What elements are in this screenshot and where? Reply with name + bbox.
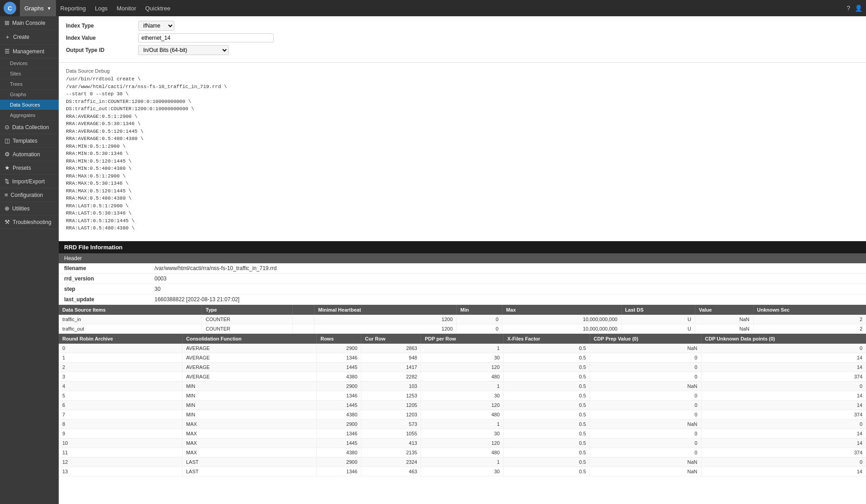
nav-monitor[interactable]: Monitor: [112, 0, 140, 16]
table-row: 12 LAST 2900 2324 1 0.5 NaN 0: [59, 457, 866, 467]
debug-line: RRA:LAST:0.5:1:2900 \: [66, 202, 859, 210]
chevron-down-icon: ▼: [47, 6, 51, 11]
import-export-icon: ⇅: [5, 178, 9, 185]
col-cdp-unknown: CDP Unknown Data points (0): [701, 334, 866, 344]
table-row: step 30: [59, 284, 866, 294]
output-type-row: Output Type ID In/Out Bits (64-bit): [66, 45, 859, 55]
debug-line: DS:traffic_out:COUNTER:1200:0:1000000000…: [66, 105, 859, 113]
datasource-items-table: Data Source Items Type Minimal Heartbeat…: [59, 305, 866, 334]
col-value: Value: [695, 305, 753, 315]
table-row: 9 MAX 1346 1055 30 0.5 0 14: [59, 429, 866, 438]
management-icon: ☰: [5, 48, 10, 55]
col-cdp: CDP Prep Value (0): [590, 334, 701, 344]
debug-line: RRA:MIN:0.5:30:1346 \: [66, 150, 859, 158]
table-row: traffic_in COUNTER 1200 0 10,000,000,000…: [59, 315, 866, 324]
debug-line: /usr/bin/rrdtool create \: [66, 75, 859, 83]
nav-logs[interactable]: Logs: [90, 0, 112, 16]
col-xff: X-Files Factor: [504, 334, 590, 344]
rra-id: 3: [59, 372, 182, 381]
field-value: 30: [149, 284, 866, 294]
rra-cf: AVERAGE: [182, 362, 316, 372]
rra-id: 5: [59, 391, 182, 400]
rra-id: 4: [59, 381, 182, 391]
debug-line: RRA:AVERAGE:0.5:480:4380 \: [66, 135, 859, 143]
templates-icon: ◫: [5, 137, 10, 144]
sidebar-sub-sites[interactable]: Sites: [0, 69, 59, 79]
sidebar-item-automation[interactable]: ⚙ Automation: [0, 148, 59, 161]
form-area: Index Type ifName Index Value Output Typ…: [59, 16, 866, 63]
troubleshooting-icon: ⚒: [5, 219, 10, 225]
index-type-select[interactable]: ifName: [138, 21, 174, 31]
rra-id: 7: [59, 410, 182, 419]
rrd-section: RRD File Information Header filename /va…: [59, 241, 866, 476]
sidebar-item-configuration[interactable]: ≡ Configuration: [0, 188, 59, 202]
debug-line: /var/www/html/cacti/rra/nss-fs-10_traffi…: [66, 83, 859, 91]
user-icon[interactable]: 👤: [855, 5, 862, 12]
table-row: 8 MAX 2900 573 1 0.5 NaN 0: [59, 419, 866, 429]
sidebar-item-troubleshooting[interactable]: ⚒ Troubleshooting: [0, 215, 59, 229]
col-last-ds: Last DS: [621, 305, 695, 315]
rrd-section-title: RRD File Information: [59, 241, 866, 253]
sidebar-item-main-console[interactable]: ⊞ Main Console: [0, 16, 59, 30]
sidebar-sub-data-sources[interactable]: Data Sources: [0, 100, 59, 110]
rra-table: Round Robin Archive Consolidation Functi…: [59, 334, 866, 476]
rra-cf: MIN: [182, 391, 316, 400]
index-type-label: Index Type: [66, 23, 138, 29]
rra-cf: LAST: [182, 467, 316, 476]
output-type-select[interactable]: In/Out Bits (64-bit): [138, 45, 229, 55]
debug-line: DS:traffic_in:COUNTER:1200:0:10000000000…: [66, 98, 859, 106]
sidebar-item-presets[interactable]: ★ Presets: [0, 161, 59, 175]
debug-line: RRA:MIN:0.5:1:2900 \: [66, 143, 859, 150]
automation-icon: ⚙: [5, 151, 10, 158]
rra-cf: MAX: [182, 448, 316, 457]
col-type: Type: [202, 305, 293, 315]
field-value: /var/www/html/cacti/rra/nss-fs-10_traffi…: [149, 263, 866, 274]
rra-id: 6: [59, 400, 182, 410]
index-value-input[interactable]: [138, 33, 274, 42]
sidebar-sub-devices[interactable]: Devices: [0, 58, 59, 69]
index-value-label: Index Value: [66, 35, 138, 41]
rra-id: 8: [59, 419, 182, 429]
app-logo: C: [4, 2, 16, 14]
sidebar-item-utilities[interactable]: ⊕ Utilities: [0, 202, 59, 215]
help-icon[interactable]: ?: [847, 5, 850, 12]
main-content: Index Type ifName Index Value Output Typ…: [59, 16, 866, 504]
rra-id: 1: [59, 353, 182, 362]
debug-label: Data Source Debug: [59, 65, 866, 74]
nav-graphs[interactable]: Graphs ▼: [20, 0, 56, 16]
rra-cf: MAX: [182, 438, 316, 448]
home-icon: ⊞: [5, 19, 9, 26]
col-rra: Round Robin Archive: [59, 334, 182, 344]
sidebar-item-create[interactable]: ＋ Create: [0, 30, 59, 45]
table-row: 5 MIN 1346 1253 30 0.5 0 14: [59, 391, 866, 400]
rra-cf: MAX: [182, 429, 316, 438]
sidebar-item-data-collection[interactable]: ⊙ Data Collection: [0, 121, 59, 134]
field-key: step: [59, 284, 149, 294]
col-cf: Consolidation Function: [182, 334, 316, 344]
rra-cf: AVERAGE: [182, 353, 316, 362]
sidebar-sub-graphs[interactable]: Graphs: [0, 89, 59, 100]
table-row: last_update 1660388822 [2022-08-13 21:07…: [59, 294, 866, 304]
sidebar-item-import-export[interactable]: ⇅ Import/Export: [0, 175, 59, 188]
sidebar-sub-aggregates[interactable]: Aggregates: [0, 110, 59, 121]
table-row: 7 MIN 4380 1203 480 0.5 0 374: [59, 410, 866, 419]
rrd-header-label: Header: [59, 253, 866, 263]
debug-line: RRA:AVERAGE:0.5:30:1346 \: [66, 120, 859, 128]
sidebar-item-management[interactable]: ☰ Management: [0, 45, 59, 58]
nav-quicktree[interactable]: Quicktree: [140, 0, 175, 16]
rra-id: 10: [59, 438, 182, 448]
table-row: filename /var/www/html/cacti/rra/nss-fs-…: [59, 263, 866, 274]
rra-id: 11: [59, 448, 182, 457]
field-value: 1660388822 [2022-08-13 21:07:02]: [149, 294, 866, 304]
nav-reporting[interactable]: Reporting: [56, 0, 90, 16]
col-ds-items: Data Source Items: [59, 305, 202, 315]
plus-icon: ＋: [5, 33, 10, 41]
debug-line: RRA:MAX:0.5:30:1346 \: [66, 180, 859, 187]
table-row: 6 MIN 1445 1205 120 0.5 0 14: [59, 400, 866, 410]
sidebar-item-templates[interactable]: ◫ Templates: [0, 134, 59, 148]
presets-icon: ★: [5, 164, 10, 171]
debug-line: --start 0 --step 30 \: [66, 90, 859, 98]
sidebar-sub-trees[interactable]: Trees: [0, 79, 59, 89]
debug-line: RRA:LAST:0.5:120:1445 \: [66, 217, 859, 225]
rrd-info-table: filename /var/www/html/cacti/rra/nss-fs-…: [59, 263, 866, 305]
